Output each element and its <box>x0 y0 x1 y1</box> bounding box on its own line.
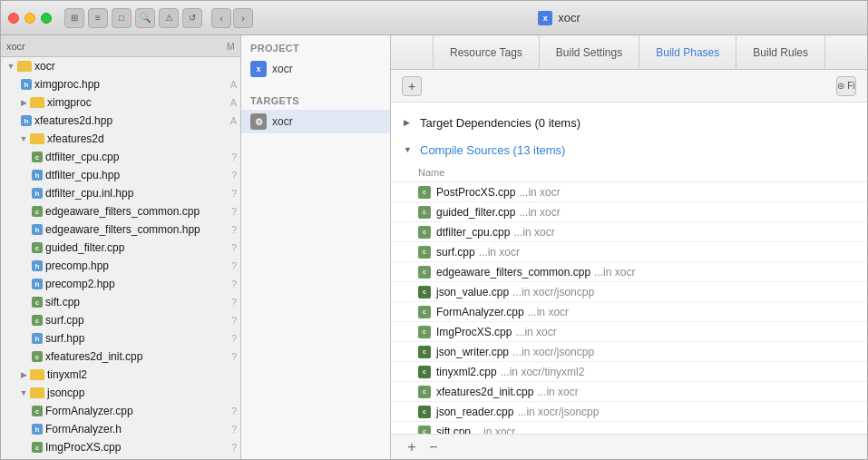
phases-content[interactable]: ▶ Target Dependencies (0 items) ▼ Compil… <box>391 103 867 434</box>
tree-item-surf-hpp[interactable]: h surf.hpp ? <box>1 329 240 347</box>
target-item-xocr[interactable]: ⚙ xocr <box>241 110 390 133</box>
compile-item-guided-filter[interactable]: c guided_filter.cpp ...in xocr <box>391 202 867 222</box>
project-panel: PROJECT x xocr TARGETS ⚙ xocr <box>241 35 391 459</box>
remove-file-button[interactable]: − <box>425 439 442 455</box>
compile-filename: json_writer.cpp <box>436 346 509 358</box>
tree-item-imgprocxs-h[interactable]: h ImgProcXS.h ? <box>1 456 240 459</box>
h-file-icon: h <box>32 279 43 289</box>
target-dependencies-header[interactable]: ▶ Target Dependencies (0 items) <box>391 110 867 135</box>
project-section-label: PROJECT <box>241 35 390 57</box>
cpp-badge-icon: c <box>418 246 431 259</box>
compile-item-formanalyzer[interactable]: c FormAnalyzer.cpp ...in xocr <box>391 302 867 322</box>
compile-item-imgprocxs[interactable]: c ImgProcXS.cpp ...in xocr <box>391 322 867 342</box>
minimize-button[interactable] <box>24 13 35 24</box>
target-dependencies-section: ▶ Target Dependencies (0 items) <box>391 110 867 135</box>
tree-item-xfeatures2d-init-cpp[interactable]: c xfeatures2d_init.cpp ? <box>1 347 240 366</box>
tree-item-dtfilter-cpu-hpp[interactable]: h dtfilter_cpu.hpp ? <box>1 166 240 184</box>
cpp-file-icon: c <box>32 152 43 162</box>
compile-item-surf[interactable]: c surf.cpp ...in xocr <box>391 242 867 262</box>
cpp-file-icon: c <box>32 442 43 453</box>
toolbar-icons: ⊞ ≡ □ 🔍 ⚠ ↺ <box>64 8 202 28</box>
tree-item-xfeatures2d[interactable]: ▼ xfeatures2d <box>1 130 240 148</box>
cpp-badge-icon: c <box>418 206 431 219</box>
project-item-xocr[interactable]: x xocr <box>241 57 390 81</box>
maximize-button[interactable] <box>41 13 52 24</box>
sidebar-content[interactable]: ▼ xocr h ximgproc.hpp A ▶ ximgproc A <box>1 57 240 459</box>
search-icon[interactable]: 🔍 <box>135 8 155 28</box>
cpp-badge-icon: c <box>418 226 431 239</box>
compile-filename: edgeaware_filters_common.cpp <box>436 266 590 279</box>
panels-icon[interactable]: □ <box>112 8 132 28</box>
h-file-icon: h <box>21 79 32 90</box>
tab-build-phases[interactable]: Build Phases <box>639 35 736 70</box>
compile-sources-header[interactable]: ▼ Compile Sources (13 items) <box>391 137 867 162</box>
folder-icon <box>30 387 44 398</box>
cpp-file-icon: c <box>32 351 43 362</box>
tree-item-imgprocxs-cpp[interactable]: c ImgProcXS.cpp ? <box>1 438 240 456</box>
tree-label: dtfilter_cpu.hpp <box>45 169 231 181</box>
compile-path: ...in xocr/jsoncpp <box>512 346 594 358</box>
refresh-icon[interactable]: ↺ <box>182 8 202 28</box>
tree-item-formanalyzer-h[interactable]: h FormAnalyzer.h ? <box>1 420 240 438</box>
tab-resource-tags[interactable]: Resource Tags <box>433 35 540 70</box>
compile-filename: xfeatures2d_init.cpp <box>436 386 533 398</box>
compile-path: ...in xocr <box>537 386 578 398</box>
tabs-bar: Resource Tags Build Settings Build Phase… <box>391 35 867 70</box>
tree-item-tinyxml2[interactable]: ▶ tinyxml2 <box>1 366 240 384</box>
compile-item-tinyxml2[interactable]: c tinyxml2.cpp ...in xocr/tinyxml2 <box>391 362 867 382</box>
nav-forward-button[interactable]: › <box>233 8 253 28</box>
tree-item-surf-cpp[interactable]: c surf.cpp ? <box>1 311 240 329</box>
folder-icon <box>17 61 32 72</box>
compile-item-xfeatures2d-init[interactable]: c xfeatures2d_init.cpp ...in xocr <box>391 382 867 402</box>
traffic-lights <box>8 13 52 24</box>
tree-item-sift-cpp[interactable]: c sift.cpp ? <box>1 293 240 311</box>
tree-item-precomp2-hpp[interactable]: h precomp2.hpp ? <box>1 275 240 293</box>
cpp-file-icon: c <box>32 406 43 416</box>
tree-label: xfeatures2d_init.cpp <box>45 350 231 363</box>
sidebar-m-badge: M <box>227 41 235 52</box>
target-icon: ⚙ <box>250 113 267 130</box>
tree-item-formanalyzer-cpp[interactable]: c FormAnalyzer.cpp ? <box>1 402 240 420</box>
filter-button[interactable]: ⊜ Fi <box>836 76 856 96</box>
arrow-icon: ▶ <box>17 98 30 107</box>
tab-build-settings[interactable]: Build Settings <box>540 35 639 70</box>
tree-item-jsoncpp[interactable]: ▼ jsoncpp <box>1 384 240 402</box>
tree-item-xfeatures2d-hpp[interactable]: h xfeatures2d.hpp A <box>1 112 240 130</box>
add-file-button[interactable]: + <box>404 439 420 455</box>
tree-label: ImgProcXS.cpp <box>45 441 231 454</box>
compile-filename: json_value.cpp <box>436 286 509 299</box>
tree-item-dtfilter-cpu-cpp[interactable]: c dtfilter_cpu.cpp ? <box>1 148 240 166</box>
target-item-label: xocr <box>272 115 293 128</box>
compile-item-postprocxs[interactable]: c PostProcXS.cpp ...in xocr <box>391 182 867 202</box>
list-icon[interactable]: ≡ <box>88 8 108 28</box>
item-badge: ? <box>231 442 237 453</box>
warning-icon[interactable]: ⚠ <box>159 8 179 28</box>
compile-item-json-writer[interactable]: c json_writer.cpp ...in xocr/jsoncpp <box>391 342 867 362</box>
folder-icon <box>30 369 44 380</box>
compile-path: ...in xocr <box>519 206 560 219</box>
add-phase-button[interactable]: + <box>402 76 422 96</box>
compile-item-edgeaware[interactable]: c edgeaware_filters_common.cpp ...in xoc… <box>391 262 867 282</box>
tree-item-dtfilter-cpu-inl[interactable]: h dtfilter_cpu.inl.hpp ? <box>1 184 240 202</box>
tree-item-ximgproc[interactable]: ▶ ximgproc A <box>1 93 240 112</box>
nav-back-button[interactable]: ‹ <box>211 8 231 28</box>
compile-item-json-value[interactable]: c json_value.cpp ...in xocr/jsoncpp <box>391 282 867 302</box>
tree-item-edgeaware-hpp[interactable]: h edgeaware_filters_common.hpp ? <box>1 220 240 239</box>
compile-item-sift[interactable]: c sift.cpp ...in xocr <box>391 422 867 434</box>
tab-build-rules[interactable]: Build Rules <box>736 35 825 70</box>
tree-item-xocr-root[interactable]: ▼ xocr <box>1 57 240 75</box>
tree-item-guided-filter-cpp[interactable]: c guided_filter.cpp ? <box>1 239 240 257</box>
tree-item-ximgproc-hpp[interactable]: h ximgproc.hpp A <box>1 75 240 93</box>
bottom-toolbar: + − <box>391 434 867 459</box>
compile-item-dtfilter[interactable]: c dtfilter_cpu.cpp ...in xocr <box>391 222 867 242</box>
grid-icon[interactable]: ⊞ <box>64 8 84 28</box>
close-button[interactable] <box>8 13 19 24</box>
tree-item-edgeaware-cpp[interactable]: c edgeaware_filters_common.cpp ? <box>1 202 240 220</box>
compile-path: ...in xocr <box>479 246 520 259</box>
h-file-icon: h <box>32 188 43 199</box>
compile-filename: surf.cpp <box>436 246 475 259</box>
project-item-label: xocr <box>272 63 293 75</box>
h-file-icon: h <box>32 424 43 435</box>
compile-item-json-reader[interactable]: c json_reader.cpp ...in xocr/jsoncpp <box>391 402 867 422</box>
tree-item-precomp-hpp[interactable]: h precomp.hpp ? <box>1 257 240 275</box>
